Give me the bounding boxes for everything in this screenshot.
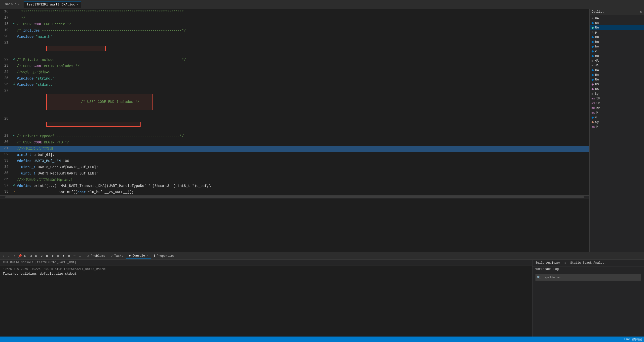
dollar-plus-icon: ⊞$ [592,102,595,105]
outline-item[interactable]: ⊞$ 5M [590,106,644,110]
outline-item[interactable]: ⊞ Sy [590,92,644,96]
line-code: /* USER CODE BEGIN Includes */ [16,63,589,69]
h-scrollbar-track [5,196,584,198]
outline-item[interactable]: UA [590,77,644,82]
tab-ioc-close[interactable]: × [76,3,78,6]
outline-item[interactable]: c [590,49,644,54]
outline-item-label: m [595,116,597,119]
filter-input[interactable] [542,275,640,280]
tab-tasks[interactable]: ✓ Tasks [108,253,126,259]
layout-icon[interactable]: ⊠ [34,253,39,258]
tab-console-close[interactable]: × [146,254,148,257]
line-code [16,116,589,133]
h-scrollbar[interactable] [0,195,589,199]
tab-ioc[interactable]: testSTM32F1_uart3_DMA.ioc × [24,1,81,8]
table-row: 23 /* USER CODE BEGIN Includes */ [0,63,589,69]
outline-item[interactable]: m [590,115,644,120]
outline-item-label: UA [595,26,599,30]
line-gutter [12,88,16,116]
outline-item[interactable]: US [590,82,644,87]
outline-item[interactable]: # p [590,30,644,35]
add-icon[interactable]: ⊕ [50,253,55,258]
line-gutter [12,146,16,152]
table-row: 20 #include "main.h" [0,34,589,40]
build-analyzer-label[interactable]: Build Analyzer [536,261,560,265]
tab-mainc[interactable]: main.c × [2,1,22,8]
clear-console-icon[interactable]: ✕ [1,253,6,258]
outline-collapse-icon[interactable]: ⊞ [640,10,642,14]
table-row: 26 i #include "stdint.h" [0,82,589,88]
minimize-icon[interactable]: ─ [72,253,77,258]
line-code-redbox2: /* USER CODE END Includes */ [16,88,589,116]
outline-item-label: UA [595,17,599,20]
table-row: 30 /* USER CODE BEGIN PTD */ [0,139,589,146]
table-row: 31 //>>第二步：定义数组 [0,146,589,152]
outline-item[interactable]: ho [590,54,644,58]
outline-item[interactable]: ⊞ HA [590,58,644,63]
tab-properties[interactable]: ℹ Properties [151,253,178,259]
outline-item[interactable]: ⊞$ M [590,110,644,115]
line-code: uint8_t UART3_SendBuf[UART3_Buf_LEN]; [16,164,589,171]
outline-item[interactable]: ⊞ HA [590,63,644,68]
dot-icon [592,55,594,57]
code-scroll[interactable]: 16 *************************************… [0,9,589,252]
line-num: 27 [0,88,12,116]
outline-item[interactable]: HA [590,68,644,73]
status-bar: CSDN @好吃的 [0,336,644,342]
console-area[interactable]: 19525 120 2250 -10225 -10225 STOP testST… [0,265,532,336]
line-num: 34 [0,164,12,171]
hash-icon: # [592,17,594,20]
maximize-icon[interactable]: □ [78,253,82,258]
console-line: Finished building: default.size.stdout [3,272,529,276]
tab-console-label: Console [132,254,145,257]
outline-item-label: c [595,50,597,53]
outline-item-label: HA [595,73,599,77]
outline-item-label: hu [595,35,599,39]
tab-problems[interactable]: ⚠ Problems [84,253,108,259]
outline-item-label: Sy [595,120,599,124]
outline-item-label: US [595,87,599,91]
gear-icon[interactable]: ⚙ [66,253,72,258]
columns-icon[interactable]: ⊡ [28,253,33,258]
static-stack-label[interactable]: Static Stack Anal... [570,261,606,265]
outline-title: Outli... [592,10,606,14]
plus-minus-icon: ⊞ [592,64,593,67]
outline-item[interactable]: ●$ M [590,125,644,129]
line-num: 18 [0,21,12,28]
list-icon[interactable]: ▤ [56,253,60,258]
line-num: 22 [0,57,12,63]
outline-item[interactable]: hu [590,40,644,44]
dot-icon [592,46,594,48]
line-gutter [12,69,16,76]
outline-item-label: HA [595,68,599,72]
dot-icon [592,74,594,76]
dot-icon [592,79,594,81]
red-box-2b [46,122,140,127]
scroll-up-icon[interactable]: ↑ [12,253,17,258]
table-icon[interactable]: ▦ [45,253,50,258]
outline-item[interactable]: Sy [590,120,644,125]
outline-item[interactable]: ⊞$ 5M [590,101,644,106]
grid-icon[interactable]: ⊞ [23,253,28,258]
line-gutter [12,34,16,40]
scroll-down-icon[interactable]: ↓ [6,253,12,258]
outline-item[interactable]: UA [590,25,644,30]
red-box-2: /* USER CODE END Includes */ [46,94,153,110]
console-header: CDT Build Console [testSTM32F1_uart3_DMA… [0,260,532,265]
outline-item[interactable]: HA [590,73,644,77]
line-num: 26 [0,82,12,88]
outline-item[interactable]: US [590,87,644,92]
dot-icon [592,121,594,123]
line-code: sprintf((char *)u_buf,__VA_ARGS__)); [16,189,589,195]
outline-item[interactable]: hu [590,35,644,40]
outline-item[interactable]: UA [590,21,644,25]
tab-console[interactable]: ▶ Console × [126,253,151,259]
outline-item[interactable]: ⊞$ 5M [590,96,644,101]
pin-icon[interactable]: 📌 [18,253,22,258]
line-gutter: ⊙ [12,183,16,189]
jump-icon[interactable]: ↗ [39,253,44,258]
outline-item[interactable]: ho [590,44,644,49]
outline-item[interactable]: # UA [590,16,644,21]
dropdown-icon[interactable]: ▼ [61,253,66,258]
tab-mainc-close[interactable]: × [18,3,20,6]
